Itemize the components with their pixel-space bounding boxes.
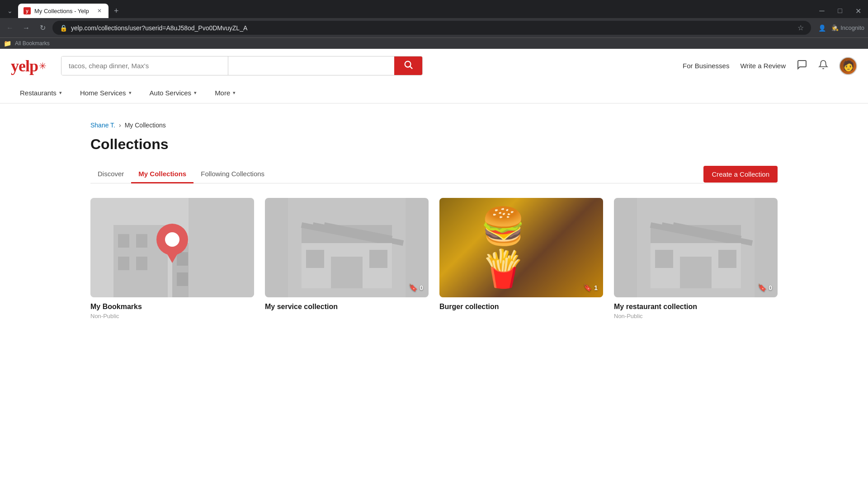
- messages-icon: [797, 61, 807, 72]
- tab-history-button[interactable]: ⌄: [4, 5, 16, 16]
- svg-rect-23: [306, 250, 324, 268]
- new-tab-button[interactable]: +: [110, 5, 123, 18]
- nav-restaurants-label: Restaurants: [20, 89, 57, 97]
- active-tab[interactable]: y My Collections - Yelp ✕: [18, 4, 108, 18]
- storefront-svg-restaurant: [614, 198, 778, 297]
- bookmark-icon: 🔖: [234, 283, 243, 292]
- svg-point-14: [165, 232, 179, 247]
- collection-count-bookmarks: 🔖 0: [234, 283, 249, 292]
- nav-home-services-chevron: ▾: [129, 90, 132, 96]
- nav-restaurants-chevron: ▾: [59, 90, 62, 96]
- search-find-input[interactable]: [61, 56, 228, 75]
- yelp-logo-text: yelp: [11, 56, 38, 75]
- create-collection-button[interactable]: Create a Collection: [703, 166, 778, 183]
- collection-name-bookmarks: My Bookmarks: [90, 303, 254, 311]
- nav-item-auto-services[interactable]: Auto Services ▾: [141, 83, 206, 103]
- collection-thumbnail-bookmarks: 🔖 0: [90, 198, 254, 297]
- svg-rect-12: [197, 272, 208, 286]
- svg-rect-6: [118, 257, 129, 270]
- collection-card-bookmarks[interactable]: 🔖 0 My Bookmarks Non-Public: [90, 198, 254, 319]
- main-nav: Restaurants ▾ Home Services ▾ Auto Servi…: [11, 83, 857, 103]
- maximize-button[interactable]: □: [834, 5, 846, 17]
- back-button[interactable]: ←: [4, 22, 16, 34]
- bookmark-star-button[interactable]: ☆: [797, 23, 804, 32]
- svg-rect-5: [136, 234, 147, 248]
- search-near-input[interactable]: San Francisco, CA: [228, 56, 395, 75]
- search-icon: [403, 60, 413, 72]
- svg-rect-33: [718, 250, 736, 268]
- avatar-image: 🧑: [842, 60, 854, 72]
- collection-name-burger: Burger collection: [439, 303, 603, 311]
- header-links: For Businesses Write a Review: [683, 57, 857, 75]
- collections-tabs: Discover My Collections Following Collec…: [90, 165, 778, 183]
- svg-rect-31: [680, 257, 712, 288]
- storefront-svg-service: [265, 198, 429, 297]
- nav-item-home-services[interactable]: Home Services ▾: [71, 83, 141, 103]
- bookmarks-folder-icon: 📁: [4, 40, 11, 47]
- profile-button[interactable]: 👤: [815, 23, 830, 33]
- user-avatar[interactable]: 🧑: [839, 57, 857, 75]
- breadcrumb-user-link[interactable]: Shane T.: [90, 122, 115, 129]
- nav-more-label: More: [215, 89, 230, 97]
- write-review-link[interactable]: Write a Review: [740, 62, 786, 70]
- svg-rect-4: [118, 234, 129, 248]
- nav-item-restaurants[interactable]: Restaurants ▾: [11, 83, 71, 103]
- breadcrumb-separator: ›: [119, 122, 121, 129]
- collection-card-restaurant[interactable]: 🔖 0 My restaurant collection Non-Public: [614, 198, 778, 319]
- svg-rect-22: [331, 257, 363, 288]
- nav-item-more[interactable]: More ▾: [206, 83, 245, 103]
- bookmarks-bar: 📁 All Bookmarks: [0, 38, 868, 49]
- address-bar[interactable]: 🔒 yelp.com/collections/user?userid=A8uJ5…: [52, 21, 811, 35]
- map-pin-icon: [154, 222, 190, 263]
- svg-point-0: [405, 61, 411, 67]
- forward-button[interactable]: →: [20, 22, 33, 34]
- tab-favicon: y: [24, 7, 31, 14]
- collection-thumbnail-service: 🔖 0: [265, 198, 429, 297]
- collection-count-service: 🔖 0: [409, 283, 423, 292]
- collections-grid: 🔖 0 My Bookmarks Non-Public: [90, 198, 778, 319]
- yelp-burst-icon: ✳: [39, 61, 47, 71]
- messages-button[interactable]: [797, 59, 807, 73]
- collection-card-service[interactable]: 🔖 0 My service collection: [265, 198, 429, 319]
- tab-following-collections[interactable]: Following Collections: [193, 165, 272, 183]
- collection-card-burger[interactable]: 🔖 1 Burger collection: [439, 198, 603, 319]
- svg-rect-10: [197, 252, 208, 266]
- svg-rect-32: [655, 250, 673, 268]
- url-text: yelp.com/collections/user?userid=A8uJ58o…: [71, 24, 794, 32]
- notifications-button[interactable]: [818, 60, 828, 72]
- nav-auto-services-label: Auto Services: [150, 89, 192, 97]
- bookmark-icon-burger: 🔖: [583, 283, 592, 292]
- collection-visibility-restaurant: Non-Public: [614, 313, 778, 319]
- for-businesses-link[interactable]: For Businesses: [683, 62, 729, 70]
- incognito-badge: 🕵️ Incognito: [831, 24, 864, 31]
- minimize-button[interactable]: ─: [816, 5, 828, 17]
- incognito-icon: 🕵️: [831, 24, 839, 31]
- svg-marker-15: [163, 247, 181, 263]
- svg-rect-11: [177, 272, 188, 286]
- breadcrumb-current-page: My Collections: [125, 122, 166, 129]
- close-window-button[interactable]: ✕: [852, 5, 864, 17]
- profile-icon: 👤: [818, 24, 826, 32]
- svg-line-1: [410, 66, 412, 69]
- bookmark-icon-service: 🔖: [409, 283, 418, 292]
- lock-icon: 🔒: [60, 24, 67, 32]
- reload-button[interactable]: ↻: [36, 22, 49, 34]
- tab-close-button[interactable]: ✕: [96, 7, 103, 14]
- collection-thumbnail-restaurant: 🔖 0: [614, 198, 778, 297]
- nav-home-services-label: Home Services: [80, 89, 126, 97]
- bookmarks-label: All Bookmarks: [15, 40, 50, 47]
- nav-more-chevron: ▾: [233, 90, 236, 96]
- collection-visibility-bookmarks: Non-Public: [90, 313, 254, 319]
- nav-auto-services-chevron: ▾: [194, 90, 197, 96]
- tab-discover[interactable]: Discover: [90, 165, 131, 183]
- svg-rect-24: [369, 250, 387, 268]
- tab-my-collections[interactable]: My Collections: [131, 165, 193, 183]
- bell-icon: [818, 61, 828, 72]
- bookmark-icon-restaurant: 🔖: [758, 283, 767, 292]
- collection-name-restaurant: My restaurant collection: [614, 303, 778, 311]
- svg-rect-7: [136, 257, 147, 270]
- search-submit-button[interactable]: [394, 56, 422, 75]
- page-title: Collections: [90, 136, 778, 153]
- yelp-logo[interactable]: yelp ✳: [11, 56, 47, 75]
- burger-image: [439, 198, 603, 297]
